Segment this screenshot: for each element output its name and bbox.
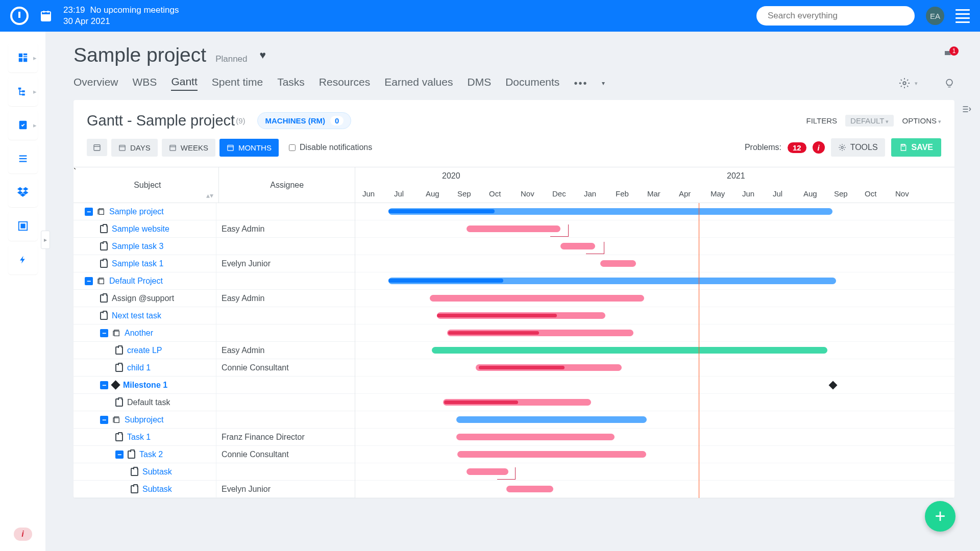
gantt-row[interactable] (355, 411, 954, 429)
collapse-icon[interactable] (115, 450, 124, 459)
table-row[interactable]: Sample websiteEasy Admin (74, 220, 355, 238)
gantt-bar[interactable] (388, 279, 503, 283)
table-row[interactable]: Next test task (74, 307, 355, 324)
milestone-marker[interactable] (829, 381, 838, 390)
fab-add-button[interactable]: + (925, 501, 955, 532)
gantt-bar[interactable] (467, 226, 560, 232)
filters-value[interactable]: DEFAULT▾ (845, 115, 894, 127)
search-input[interactable] (756, 6, 915, 26)
table-row[interactable]: SubtaskEvelyn Junior (74, 481, 355, 498)
gantt-bar[interactable] (457, 451, 646, 458)
row-label[interactable]: Sample task 1 (112, 259, 163, 268)
tab-resources[interactable]: Resources (319, 76, 370, 90)
collapse-icon[interactable] (85, 208, 93, 216)
rail-tree[interactable]: ▸ (8, 77, 38, 106)
gantt-bar[interactable] (444, 400, 518, 404)
settings-button[interactable]: ▾ (899, 78, 918, 89)
row-label[interactable]: Sample task 3 (112, 242, 163, 251)
gantt-row[interactable] (355, 359, 954, 377)
row-label[interactable]: Sample project (109, 207, 164, 216)
tab-wbs[interactable]: WBS (133, 76, 157, 90)
table-row[interactable]: Another (74, 324, 355, 342)
zoom-weeks-button[interactable]: WEEKS (162, 139, 215, 157)
gantt-bar[interactable] (506, 486, 553, 492)
table-row[interactable]: create LPEasy Admin (74, 342, 355, 359)
table-row[interactable]: Subtask (74, 463, 355, 481)
gantt-row[interactable] (355, 324, 954, 342)
tab-documents[interactable]: Documents (505, 76, 559, 90)
bulb-icon[interactable] (944, 77, 954, 89)
options-label[interactable]: OPTIONS▾ (902, 116, 941, 125)
row-label[interactable]: Task 2 (139, 450, 163, 459)
gantt-row[interactable] (355, 203, 954, 220)
tab-more-icon[interactable]: ••• (574, 78, 587, 89)
gantt-bar[interactable] (479, 366, 565, 369)
zoom-days-button[interactable]: DAYS (111, 139, 158, 157)
gantt-bar[interactable] (432, 347, 827, 354)
row-label[interactable]: create LP (127, 346, 162, 355)
gantt-row[interactable] (355, 255, 954, 272)
table-row[interactable]: Sample task 1Evelyn Junior (74, 255, 355, 272)
gantt-row[interactable] (355, 342, 954, 359)
heart-icon[interactable]: ♥ (260, 49, 266, 61)
tab-gantt[interactable]: Gantt (171, 76, 197, 91)
rail-dashboard[interactable]: ▸ (8, 43, 38, 72)
gantt-row[interactable] (355, 463, 954, 481)
zoom-months-button[interactable]: MONTHS (219, 139, 279, 157)
row-label[interactable]: Next test task (112, 311, 161, 320)
table-row[interactable]: Task 2Connie Consultant (74, 446, 355, 463)
gantt-bar[interactable] (600, 260, 636, 267)
gantt-row[interactable] (355, 238, 954, 255)
tab-earned-values[interactable]: Earned values (384, 76, 453, 90)
row-label[interactable]: Milestone 1 (123, 381, 167, 390)
table-row[interactable]: Assign @supportEasy Admin (74, 290, 355, 307)
collapse-icon[interactable] (100, 329, 108, 337)
collapse-icon[interactable] (100, 416, 108, 424)
gantt-right-pane[interactable]: 20202021 JunJulAugSepOctNovDecJanFebMarA… (355, 167, 954, 498)
table-row[interactable]: Sample project (74, 203, 355, 220)
gantt-row[interactable] (355, 446, 954, 463)
table-row[interactable]: Milestone 1 (74, 377, 355, 394)
table-row[interactable]: child 1Connie Consultant (74, 359, 355, 377)
gantt-bar[interactable] (456, 416, 647, 423)
tab-overview[interactable]: Overview (74, 76, 118, 90)
table-row[interactable]: Default task (74, 394, 355, 411)
hamburger-icon[interactable] (955, 9, 970, 23)
info-badge-icon[interactable]: i (813, 141, 825, 154)
collapse-icon[interactable] (85, 277, 93, 285)
row-label[interactable]: child 1 (127, 363, 151, 372)
save-button[interactable]: SAVE (891, 138, 941, 157)
panel-expand-icon[interactable] (962, 104, 972, 114)
row-label[interactable]: Default Project (109, 277, 163, 286)
row-label[interactable]: Subtask (142, 467, 172, 477)
gantt-bar[interactable] (430, 295, 644, 302)
zoom-calendar-button[interactable] (87, 139, 107, 156)
gantt-bar[interactable] (456, 434, 615, 440)
collapse-icon[interactable] (100, 381, 108, 389)
row-label[interactable]: Task 1 (127, 433, 151, 442)
machines-chip[interactable]: MACHINES (RM) 0 (257, 112, 351, 129)
column-assignee[interactable]: Assignee (219, 167, 355, 203)
gantt-row[interactable] (355, 377, 954, 394)
tab-dms[interactable]: DMS (467, 76, 491, 90)
column-subject[interactable]: Subject▴▾ (76, 167, 219, 203)
rail-list[interactable] (8, 144, 38, 173)
tab-tasks[interactable]: Tasks (277, 76, 305, 90)
row-label[interactable]: Subtask (142, 485, 172, 494)
rail-dropbox[interactable] (8, 178, 38, 207)
gantt-row[interactable] (355, 429, 954, 446)
rail-bolt[interactable] (8, 245, 38, 274)
tab-more-caret-icon[interactable]: ▾ (602, 80, 605, 87)
avatar[interactable]: EA (926, 7, 944, 25)
rail-info-icon[interactable]: i (14, 528, 32, 541)
gantt-row[interactable] (355, 481, 954, 498)
table-row[interactable]: Default Project (74, 272, 355, 290)
row-label[interactable]: Subproject (125, 415, 164, 424)
gantt-row[interactable] (355, 394, 954, 411)
tools-button[interactable]: TOOLS (831, 138, 885, 157)
gantt-bar[interactable] (388, 209, 495, 213)
gantt-row[interactable] (355, 220, 954, 238)
row-label[interactable]: Another (125, 329, 153, 338)
calendar-icon[interactable] (40, 10, 52, 22)
table-row[interactable]: Task 1Franz Finance Director (74, 429, 355, 446)
